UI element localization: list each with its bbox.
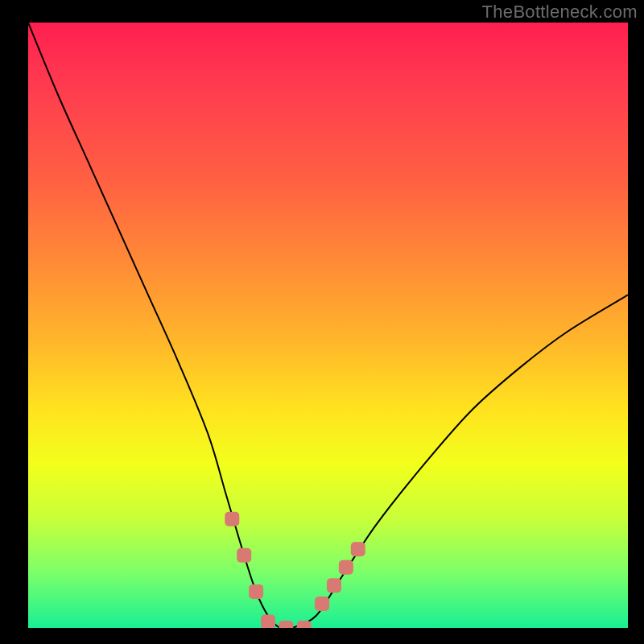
bottleneck-curve <box>28 23 628 628</box>
marker-point <box>315 597 329 611</box>
marker-point <box>339 560 353 575</box>
marker-point <box>261 614 275 628</box>
chart-frame: TheBottleneck.com <box>0 0 644 644</box>
marker-point <box>297 621 312 628</box>
plot-svg <box>28 23 628 628</box>
marker-point <box>225 512 239 526</box>
watermark-text: TheBottleneck.com <box>482 2 638 23</box>
marker-point <box>327 578 341 592</box>
marker-point <box>351 542 365 556</box>
highlight-markers <box>225 512 365 628</box>
marker-point <box>249 584 263 599</box>
plot-area <box>28 23 628 628</box>
marker-point <box>279 621 293 628</box>
marker-point <box>237 548 251 563</box>
